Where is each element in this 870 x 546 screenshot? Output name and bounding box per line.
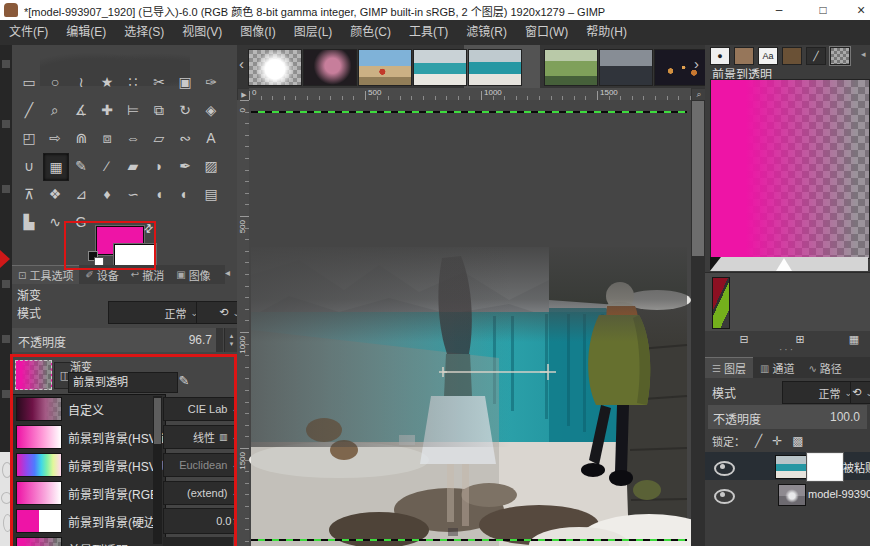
rectangle-select-tool[interactable]: ▭ bbox=[17, 69, 41, 95]
gradient-name-field[interactable]: 前景到透明 bbox=[68, 372, 178, 393]
image-tab-6[interactable] bbox=[544, 49, 598, 86]
smudge-tool[interactable]: ∽ bbox=[121, 181, 145, 207]
image-tab-2[interactable] bbox=[303, 49, 357, 86]
layer-mode-dropdown[interactable]: 正常 ⌄ bbox=[782, 381, 858, 404]
menu-item[interactable]: 文件(F) bbox=[0, 20, 57, 45]
zoom-out-button[interactable]: ⊟ bbox=[733, 332, 755, 346]
scissors-select-tool[interactable]: ✂ bbox=[147, 69, 171, 95]
image-tab-1[interactable] bbox=[248, 49, 302, 86]
menu-item[interactable]: 选择(S) bbox=[115, 20, 173, 45]
slider-white-handle[interactable] bbox=[776, 258, 792, 271]
align-tool[interactable]: ⊨ bbox=[121, 97, 145, 123]
canvas-vertical-scrollbar[interactable] bbox=[691, 100, 705, 546]
foreground-select-tool[interactable]: ▣ bbox=[173, 69, 197, 95]
tab-devices[interactable]: ✐ 设备 bbox=[79, 265, 124, 284]
spin-down-icon[interactable]: ▾ bbox=[230, 340, 234, 348]
heal-tool[interactable]: ❖ bbox=[43, 181, 67, 207]
handle-transform-tool[interactable]: ◰ bbox=[17, 125, 41, 151]
fuzzy-select-tool[interactable]: ★ bbox=[95, 69, 119, 95]
image-tab-4[interactable] bbox=[413, 49, 467, 86]
gradient-list-item[interactable]: 前景到背景(HSV 顺 bbox=[13, 451, 165, 479]
gradient-list-item[interactable]: 前景到背景(RGB) bbox=[13, 479, 165, 507]
menu-item[interactable]: 滤镜(R) bbox=[457, 20, 516, 45]
image-tab-3[interactable] bbox=[358, 49, 412, 86]
bucket-fill-tool[interactable]: ∪ bbox=[17, 153, 41, 179]
maximize-button[interactable]: □ bbox=[806, 0, 840, 20]
document-history-tab[interactable] bbox=[782, 47, 802, 65]
blur-sharpen-tool[interactable]: ♦ bbox=[95, 181, 119, 207]
tab-channels[interactable]: ▥ 通道 bbox=[753, 358, 801, 378]
tab-paths[interactable]: ∿ 路径 bbox=[801, 358, 848, 378]
fonts-tab[interactable]: Aa bbox=[758, 47, 778, 65]
paintbrush-tool[interactable]: ∕ bbox=[95, 153, 119, 179]
gradient-list-item[interactable]: 前景到透明 bbox=[13, 535, 165, 546]
gradient-preview-thumb[interactable] bbox=[15, 360, 52, 390]
close-button[interactable]: × bbox=[844, 0, 870, 20]
paths-tool[interactable]: ✑ bbox=[199, 69, 223, 95]
rotate-tool[interactable]: ↻ bbox=[173, 97, 197, 123]
menu-item[interactable]: 图像(I) bbox=[231, 20, 284, 45]
spin-up-icon[interactable]: ▴ bbox=[230, 332, 234, 340]
airbrush-tool[interactable]: ◗ bbox=[147, 153, 171, 179]
menu-item[interactable]: 图层(L) bbox=[285, 20, 342, 45]
layer-row-model[interactable]: model-99390 bbox=[705, 480, 870, 508]
gegl-operation-tool[interactable]: G bbox=[69, 209, 93, 235]
canvas-image[interactable] bbox=[249, 100, 691, 546]
background-color-swatch[interactable] bbox=[114, 244, 156, 266]
crop-tool[interactable]: ⧉ bbox=[147, 97, 171, 123]
offset-spinner[interactable]: 0.0 ▴ ▾ bbox=[163, 508, 241, 534]
gradient-large-preview[interactable] bbox=[710, 79, 870, 259]
menu-item[interactable]: 颜色(C) bbox=[341, 20, 400, 45]
tool-presets-tab[interactable]: ╱ bbox=[806, 47, 826, 65]
opacity-spinner[interactable]: ▴ ▾ bbox=[224, 328, 238, 352]
patterns-tab[interactable] bbox=[734, 47, 754, 65]
lock-position-icon[interactable]: ✛ bbox=[772, 434, 782, 448]
brushes-tab[interactable]: ● bbox=[710, 47, 730, 65]
repeat-dropdown[interactable]: (extend) ⌄ bbox=[163, 481, 245, 505]
color-picker-tool[interactable]: ╱ bbox=[17, 97, 41, 123]
curves-tool[interactable]: ∿ bbox=[43, 209, 67, 235]
transform-3d-tool[interactable]: ⧈ bbox=[95, 125, 119, 151]
gradient-edit-icon[interactable]: ✎ bbox=[172, 369, 196, 393]
gradients-tab[interactable] bbox=[830, 47, 850, 65]
levels-tool[interactable]: ▤ bbox=[199, 181, 223, 207]
threshold-tool[interactable]: ◐ bbox=[173, 181, 197, 207]
lock-alpha-icon[interactable]: ▩ bbox=[792, 434, 803, 448]
minimize-button[interactable]: – bbox=[762, 0, 796, 20]
menu-item[interactable]: 视图(V) bbox=[173, 20, 231, 45]
visibility-eye-icon[interactable] bbox=[714, 489, 735, 504]
collapse-arrow-icon[interactable]: ◂ bbox=[225, 267, 230, 278]
menu-item[interactable]: 窗口(W) bbox=[516, 20, 577, 45]
layer-mode-reset-button[interactable]: ⟲ ⌄ bbox=[850, 381, 870, 404]
unified-transform-tool[interactable]: ◈ bbox=[199, 97, 223, 123]
gradient-list-item[interactable]: 前景到背景(硬边) bbox=[13, 507, 165, 535]
zoom-tool[interactable]: ⌕ bbox=[43, 97, 67, 123]
gradient-editor-item[interactable] bbox=[712, 277, 730, 329]
measure-tool[interactable]: ∡ bbox=[69, 97, 93, 123]
zoom-fit-button[interactable]: ▦ bbox=[843, 332, 865, 346]
flip-tool[interactable]: ⇔ bbox=[121, 125, 145, 151]
menu-item[interactable]: 工具(T) bbox=[400, 20, 457, 45]
move-tool[interactable]: ✚ bbox=[95, 97, 119, 123]
cage-transform-tool[interactable]: ▱ bbox=[147, 125, 171, 151]
lock-brush-icon[interactable]: ╱ bbox=[755, 434, 762, 448]
gradient-editor-slider[interactable] bbox=[710, 257, 868, 271]
blend-space-dropdown[interactable]: CIE Lab ⌄ bbox=[163, 397, 245, 421]
dodge-burn-tool[interactable]: ◖ bbox=[147, 181, 171, 207]
gradient-tool[interactable]: ▦ bbox=[43, 153, 69, 181]
perspective-clone-tool[interactable]: ⊿ bbox=[69, 181, 93, 207]
text-tool[interactable]: A bbox=[199, 125, 223, 151]
tab-tool-options[interactable]: ⊡ 工具选项 bbox=[12, 265, 79, 284]
gradient-list-item[interactable]: 自定义 bbox=[13, 395, 165, 423]
shear-tool[interactable]: ⇨ bbox=[43, 125, 67, 151]
pencil-tool[interactable]: ✎ bbox=[69, 153, 93, 179]
ink-tool[interactable]: ✒ bbox=[173, 153, 197, 179]
mypaint-brush-tool[interactable]: ▨ bbox=[199, 153, 223, 179]
ellipse-select-tool[interactable]: ○ bbox=[43, 69, 67, 95]
free-select-tool[interactable]: ≀ bbox=[69, 69, 93, 95]
gradient-list-item[interactable]: 前景到背景(HSV 逆 bbox=[13, 423, 165, 451]
eraser-tool[interactable]: ▰ bbox=[121, 153, 145, 179]
slider-black-handle[interactable] bbox=[710, 257, 721, 271]
visibility-eye-icon[interactable] bbox=[714, 461, 735, 476]
metric-dropdown[interactable]: Euclidean ⌄ bbox=[163, 453, 245, 477]
